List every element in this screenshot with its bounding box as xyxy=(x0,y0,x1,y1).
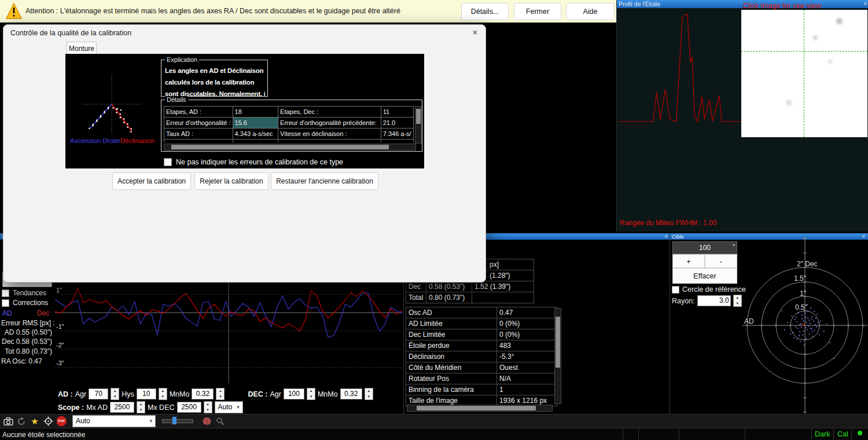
rms-header: Erreur RMS [px] : xyxy=(1,319,55,327)
fwhm-readout: Rangée du Milieu FWHM : 1.00 xyxy=(620,219,716,227)
brain-settings-icon[interactable] xyxy=(201,416,212,427)
corrections-label: Corrections xyxy=(13,299,48,307)
ring-label-1: 1" xyxy=(800,289,806,298)
ring-label-0-5: 0.5" xyxy=(795,303,807,311)
star-raw-image[interactable] xyxy=(741,10,867,137)
dec-minmove-input[interactable]: 0.32 xyxy=(340,388,362,399)
ytick-m2: -2" xyxy=(56,342,64,349)
details-label: Détails xyxy=(165,96,188,103)
dialog-content-panel: Ascension Droite Déclinaison Explication… xyxy=(65,54,424,168)
target-ad-axis-label: AD xyxy=(744,317,754,325)
warning-details-button[interactable]: Détails... xyxy=(461,3,509,20)
target-zoom-value: 100 xyxy=(699,244,711,252)
dec-mode-dropdown[interactable]: Auto ▾ xyxy=(215,401,243,413)
trend-checkbox[interactable] xyxy=(2,289,9,297)
warning-close-button[interactable]: Fermer xyxy=(514,3,561,20)
orthogonality-error-highlight: 15.6 xyxy=(233,118,278,129)
hysteresis-input[interactable]: 10 xyxy=(137,388,156,399)
dialog-close-icon[interactable]: × xyxy=(473,28,477,37)
ad-aggression-input[interactable]: 70 xyxy=(89,388,108,399)
corrections-checkbox-row[interactable]: Corrections xyxy=(2,299,48,307)
status-separator xyxy=(679,428,679,439)
guide-graph-plot[interactable] xyxy=(55,283,402,383)
details-vertical-scrollbar[interactable] xyxy=(415,106,422,144)
dec-aggression-input[interactable]: 100 xyxy=(284,388,304,399)
zoom-image-icon[interactable] xyxy=(214,416,226,427)
ad-trace-toggle[interactable]: AD xyxy=(2,309,12,317)
max-ra-input[interactable]: 2500 xyxy=(110,402,134,413)
max-dec-spinner[interactable]: ▲▼ xyxy=(204,401,212,413)
star-profile-titlebar[interactable]: Profil de l'Étoile × xyxy=(617,0,868,8)
dialog-title: Contrôle de la qualité de la calibration xyxy=(10,29,131,37)
calibration-details-table: Etapes, AD : 18 Etapes, Dec : 11 Erreur … xyxy=(164,106,414,142)
reference-circle-row[interactable]: Cercle de référence xyxy=(672,285,746,294)
gamma-slider[interactable] xyxy=(162,419,193,423)
details-horizontal-scrollbar[interactable] xyxy=(164,144,416,151)
ad-minmove-input[interactable]: 0.32 xyxy=(192,388,214,399)
table-row: 4.754 a-s/sec 9.048 a-s/ xyxy=(164,140,414,143)
scrollbar-thumb[interactable] xyxy=(556,317,560,368)
warning-help-button[interactable]: Aide xyxy=(566,3,615,20)
star-profile-plot[interactable] xyxy=(619,8,741,124)
tab-monture[interactable]: Monture xyxy=(67,42,97,54)
chevron-down-icon: ▾ xyxy=(733,243,735,248)
stats-vertical-scrollbar[interactable] xyxy=(554,308,561,404)
exposure-dropdown[interactable]: Auto ▾ xyxy=(72,415,156,427)
warning-triangle-icon xyxy=(6,2,22,20)
table-row: Osc AD0.47 xyxy=(406,307,557,318)
trend-label: Tendances xyxy=(13,289,46,297)
target-clear-button[interactable]: Effacer xyxy=(672,268,737,284)
max-dec-input[interactable]: 2500 xyxy=(177,402,201,413)
star-blob xyxy=(836,18,843,24)
ytick-m3: -3" xyxy=(56,360,64,366)
rms-tot-value: Tot 0.80 (0.73") xyxy=(1,347,52,355)
dec-mode-value: Auto xyxy=(218,402,233,413)
slider-thumb[interactable] xyxy=(172,417,176,424)
stats-horizontal-scrollbar[interactable] xyxy=(407,405,553,412)
target-zoom-out-button[interactable]: - xyxy=(705,254,737,268)
dec-params-label: DEC : xyxy=(248,390,267,398)
reference-circle-checkbox[interactable] xyxy=(672,286,679,294)
target-zoom-dropdown[interactable]: 100 ▾ xyxy=(672,241,737,254)
close-icon[interactable]: × xyxy=(664,234,668,240)
guide-icon[interactable] xyxy=(42,416,54,427)
corrections-checkbox[interactable] xyxy=(2,299,9,307)
dont-warn-label: Ne pas indiquer les erreurs de calibrati… xyxy=(176,158,343,166)
auto-select-star-icon[interactable]: ★ xyxy=(29,416,41,427)
trend-checkbox-row[interactable]: Tendances xyxy=(2,289,46,297)
stop-icon[interactable]: STOP xyxy=(56,416,67,427)
table-row: Dec Limitée0 (0%) xyxy=(406,329,557,340)
dec-mnmo-label: MnMo xyxy=(318,390,338,398)
reject-calibration-button[interactable]: Rejeter la calibration xyxy=(194,173,269,190)
restore-calibration-button[interactable]: Restaurer l'ancienne calibration xyxy=(271,173,378,190)
scrollbar-thumb[interactable] xyxy=(417,406,536,410)
ad-minmove-spinner[interactable]: ▲▼ xyxy=(216,388,225,400)
ad-aggression-spinner[interactable]: ▲▼ xyxy=(111,388,119,400)
table-row: Déclinaison-5.3° xyxy=(406,351,557,362)
target-zoom-in-button[interactable]: + xyxy=(672,254,705,268)
table-row: Erreur d'orthogonalité : 15.6 Erreur d'o… xyxy=(164,118,414,129)
dec-minmove-spinner[interactable]: ▲▼ xyxy=(365,388,373,400)
status-separator xyxy=(811,428,812,439)
radius-spinner[interactable]: ▲▼ xyxy=(733,295,742,307)
radius-input[interactable]: 3.0 xyxy=(697,295,731,306)
close-icon[interactable]: × xyxy=(863,1,867,7)
dont-warn-checkbox[interactable] xyxy=(164,158,172,166)
max-ra-spinner[interactable]: ▲▼ xyxy=(137,401,145,413)
accept-calibration-button[interactable]: Accepter la calibration xyxy=(112,173,191,190)
chevron-down-icon: ▾ xyxy=(149,416,152,427)
target-title: Cible xyxy=(672,234,684,240)
dont-warn-checkbox-row[interactable]: Ne pas indiquer les erreurs de calibrati… xyxy=(164,158,343,166)
radius-row: Rayon: 3.0 ▲▼ xyxy=(672,295,742,307)
hysteresis-spinner[interactable]: ▲▼ xyxy=(159,388,167,400)
scrollbar-thumb[interactable] xyxy=(416,109,421,124)
camera-connect-icon[interactable] xyxy=(2,416,14,427)
status-separator xyxy=(833,428,834,439)
dec-aggression-spinner[interactable]: ▲▼ xyxy=(307,388,315,400)
dec-trace-toggle[interactable]: Dec xyxy=(37,309,49,317)
loop-exposures-icon[interactable] xyxy=(16,416,27,427)
scrollbar-thumb[interactable] xyxy=(171,145,389,149)
ring-label-2: 2" Dec xyxy=(797,260,818,268)
hys-label: Hys xyxy=(122,390,134,398)
scope-params-label: Scope : xyxy=(58,404,84,412)
